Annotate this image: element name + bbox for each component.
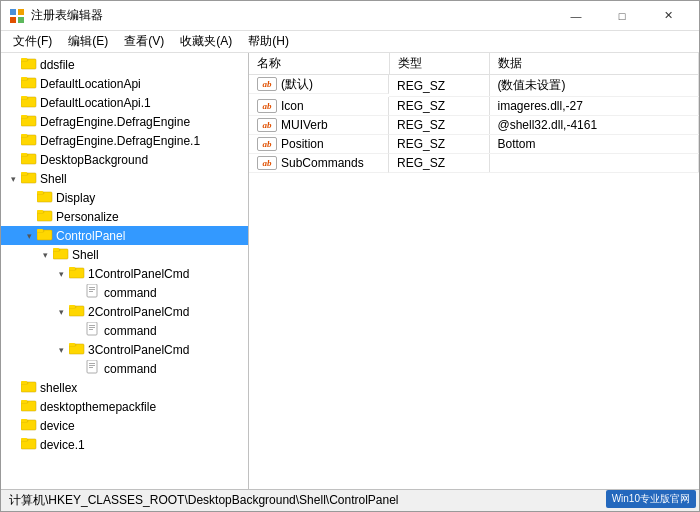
tree-item-shellex[interactable]: shellex xyxy=(1,378,248,397)
tree-pane[interactable]: ddsfile DefaultLocationApi DefaultLocati… xyxy=(1,53,249,489)
tree-toggle-command1[interactable] xyxy=(69,285,85,301)
tree-item-command3[interactable]: command xyxy=(1,359,248,378)
tree-toggle-2ControlPanelCmd[interactable]: ▾ xyxy=(53,304,69,320)
tree-toggle-DesktopBackground[interactable] xyxy=(5,152,21,168)
tree-toggle-DefragEngine[interactable] xyxy=(5,114,21,130)
cell-data-1: imageres.dll,-27 xyxy=(489,97,699,116)
tree-toggle-Display[interactable] xyxy=(21,190,37,206)
cell-type-3: REG_SZ xyxy=(389,135,489,154)
tree-item-Shell[interactable]: ▾ Shell xyxy=(1,169,248,188)
tree-toggle-ddsfile[interactable] xyxy=(5,57,21,73)
reg-type-icon-0: ab xyxy=(257,77,277,91)
reg-type-icon-3: ab xyxy=(257,137,277,151)
tree-toggle-command3[interactable] xyxy=(69,361,85,377)
folder-icon-DefragEngine xyxy=(21,113,40,130)
tree-label-DefragEngine: DefragEngine.DefragEngine xyxy=(40,115,190,129)
svg-rect-39 xyxy=(69,267,75,270)
tree-item-device1[interactable]: device.1 xyxy=(1,435,248,454)
menu-file[interactable]: 文件(F) xyxy=(5,31,60,52)
tree-toggle-Shell[interactable]: ▾ xyxy=(5,171,21,187)
tree-toggle-Shell2[interactable]: ▾ xyxy=(37,247,53,263)
menu-view[interactable]: 查看(V) xyxy=(116,31,172,52)
table-row[interactable]: abSubCommandsREG_SZ xyxy=(249,154,699,173)
menu-help[interactable]: 帮助(H) xyxy=(240,31,297,52)
folder-icon-device xyxy=(21,417,40,434)
tree-item-3ControlPanelCmd[interactable]: ▾ 3ControlPanelCmd xyxy=(1,340,248,359)
reg-name-0: (默认) xyxy=(281,76,313,93)
svg-rect-12 xyxy=(21,96,27,99)
col-header-type[interactable]: 类型 xyxy=(389,53,489,75)
svg-rect-33 xyxy=(37,229,43,232)
tree-toggle-DefaultLocationApi1[interactable] xyxy=(5,95,21,111)
tree-item-2ControlPanelCmd[interactable]: ▾ 2ControlPanelCmd xyxy=(1,302,248,321)
table-row[interactable]: abMUIVerbREG_SZ@shell32.dll,-4161 xyxy=(249,116,699,135)
tree-label-DesktopBackground: DesktopBackground xyxy=(40,153,148,167)
tree-toggle-device[interactable] xyxy=(5,418,21,434)
svg-rect-63 xyxy=(21,400,27,403)
tree-item-DefragEngine1[interactable]: DefragEngine.DefragEngine.1 xyxy=(1,131,248,150)
tree-toggle-desktopthemepackfile[interactable] xyxy=(5,399,21,415)
tree-item-DesktopBackground[interactable]: DesktopBackground xyxy=(1,150,248,169)
tree-item-DefaultLocationApi[interactable]: DefaultLocationApi xyxy=(1,74,248,93)
table-row[interactable]: abIconREG_SZimageres.dll,-27 xyxy=(249,97,699,116)
tree-toggle-device1[interactable] xyxy=(5,437,21,453)
reg-name-2: MUIVerb xyxy=(281,118,328,132)
col-header-name[interactable]: 名称 xyxy=(249,53,389,75)
folder-icon-Shell2 xyxy=(53,246,72,263)
folder-icon-device1 xyxy=(21,436,40,453)
tree-item-command2[interactable]: command xyxy=(1,321,248,340)
tree-item-command1[interactable]: command xyxy=(1,283,248,302)
close-button[interactable]: ✕ xyxy=(645,1,691,31)
cell-type-2: REG_SZ xyxy=(389,116,489,135)
tree-item-device[interactable]: device xyxy=(1,416,248,435)
tree-toggle-command2[interactable] xyxy=(69,323,85,339)
svg-rect-55 xyxy=(89,363,95,364)
tree-label-ddsfile: ddsfile xyxy=(40,58,75,72)
tree-item-ControlPanel[interactable]: ▾ ControlPanel xyxy=(1,226,248,245)
tree-toggle-ControlPanel[interactable]: ▾ xyxy=(21,228,37,244)
tree-label-DefaultLocationApi1: DefaultLocationApi.1 xyxy=(40,96,151,110)
tree-toggle-DefaultLocationApi[interactable] xyxy=(5,76,21,92)
tree-item-DefragEngine[interactable]: DefragEngine.DefragEngine xyxy=(1,112,248,131)
svg-rect-49 xyxy=(89,327,95,328)
regedit-window: 注册表编辑器 — □ ✕ 文件(F) 编辑(E) 查看(V) 收藏夹(A) 帮助… xyxy=(0,0,700,512)
table-row[interactable]: abPositionREG_SZBottom xyxy=(249,135,699,154)
tree-item-Personalize[interactable]: Personalize xyxy=(1,207,248,226)
cell-data-3: Bottom xyxy=(489,135,699,154)
tree-toggle-3ControlPanelCmd[interactable]: ▾ xyxy=(53,342,69,358)
svg-rect-18 xyxy=(21,134,27,137)
tree-item-Display[interactable]: Display xyxy=(1,188,248,207)
cell-data-4 xyxy=(489,154,699,173)
table-row[interactable]: ab(默认)REG_SZ(数值未设置) xyxy=(249,75,699,97)
tree-toggle-1ControlPanelCmd[interactable]: ▾ xyxy=(53,266,69,282)
tree-item-1ControlPanelCmd[interactable]: ▾ 1ControlPanelCmd xyxy=(1,264,248,283)
maximize-button[interactable]: □ xyxy=(599,1,645,31)
folder-icon-Personalize xyxy=(37,208,56,225)
tree-toggle-DefragEngine1[interactable] xyxy=(5,133,21,149)
col-header-data[interactable]: 数据 xyxy=(489,53,699,75)
tree-item-DefaultLocationApi1[interactable]: DefaultLocationApi.1 xyxy=(1,93,248,112)
folder-icon-shellex xyxy=(21,379,40,396)
reg-type-icon-1: ab xyxy=(257,99,277,113)
tree-toggle-Personalize[interactable] xyxy=(21,209,37,225)
tree-label-Display: Display xyxy=(56,191,95,205)
tree-item-ddsfile[interactable]: ddsfile xyxy=(1,55,248,74)
tree-label-device1: device.1 xyxy=(40,438,85,452)
tree-item-desktopthemepackfile[interactable]: desktopthemepackfile xyxy=(1,397,248,416)
folder-icon-DefragEngine1 xyxy=(21,132,40,149)
tree-toggle-shellex[interactable] xyxy=(5,380,21,396)
menu-edit[interactable]: 编辑(E) xyxy=(60,31,116,52)
folder-icon-1ControlPanelCmd xyxy=(69,265,88,282)
detail-pane[interactable]: 名称 类型 数据 ab(默认)REG_SZ(数值未设置)abIconREG_SZ… xyxy=(249,53,699,489)
svg-rect-3 xyxy=(18,17,24,23)
tree-item-Shell2[interactable]: ▾ Shell xyxy=(1,245,248,264)
svg-rect-46 xyxy=(69,305,75,308)
menu-favorites[interactable]: 收藏夹(A) xyxy=(172,31,240,52)
svg-rect-50 xyxy=(89,329,93,330)
cell-type-1: REG_SZ xyxy=(389,97,489,116)
tree-label-DefaultLocationApi: DefaultLocationApi xyxy=(40,77,141,91)
minimize-button[interactable]: — xyxy=(553,1,599,31)
cell-name-1: abIcon xyxy=(249,97,389,116)
reg-name-4: SubCommands xyxy=(281,156,364,170)
folder-icon-DefaultLocationApi xyxy=(21,75,40,92)
